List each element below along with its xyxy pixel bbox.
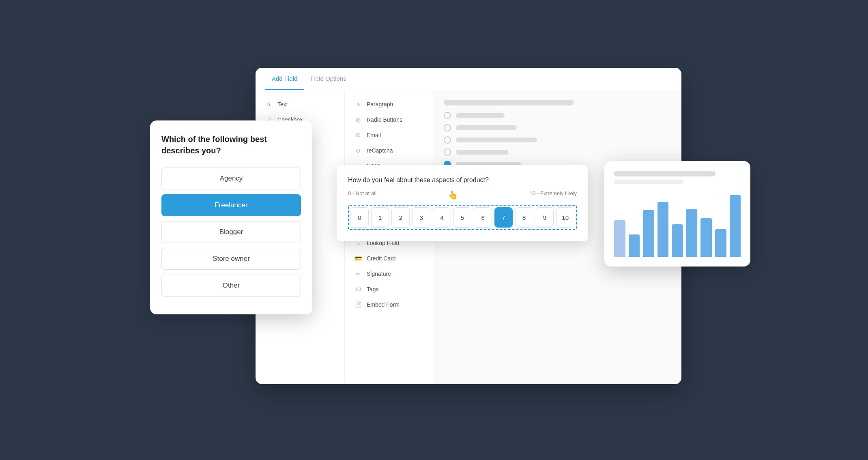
- nps-btn-2[interactable]: 2: [391, 207, 410, 228]
- radio-bar-2: [456, 125, 517, 130]
- nps-btn-7[interactable]: 7: [494, 207, 513, 228]
- nps-dashed-container: 0 1 2 3 4 5 6 7 8 9 10: [348, 205, 577, 230]
- field-label-recaptcha: reCaptcha: [367, 147, 393, 154]
- nps-btn-4[interactable]: 4: [433, 207, 451, 228]
- field-label-radio: Radio Buttons: [367, 116, 402, 123]
- field-item-text[interactable]: 𝐀 Text: [256, 97, 344, 112]
- survey-question: Which of the following best describes yo…: [161, 133, 301, 156]
- scene: Add Field Field Options 𝐀 Text ☑ Checkbo…: [150, 47, 718, 413]
- nps-btn-5[interactable]: 5: [453, 207, 472, 228]
- nps-btn-1[interactable]: 1: [371, 207, 389, 228]
- nps-btn-8[interactable]: 8: [515, 207, 533, 228]
- tags-icon: 🏷: [355, 286, 362, 293]
- nps-label-left: 0 - Not at all: [348, 190, 376, 200]
- chart-bar-1: [614, 220, 625, 257]
- radio-icon: ◎: [355, 116, 362, 123]
- chart-bar-3: [643, 210, 654, 257]
- field-item-paragraph[interactable]: 𝐀 Paragraph: [345, 97, 434, 112]
- chart-title-bar: [614, 171, 715, 176]
- radio-bar-3: [456, 138, 537, 142]
- tab-field-options[interactable]: Field Options: [304, 68, 352, 90]
- nps-btn-10[interactable]: 10: [556, 207, 574, 228]
- text-icon: 𝐀: [265, 101, 273, 108]
- field-item-tags[interactable]: 🏷 Tags: [345, 282, 434, 297]
- field-item-email[interactable]: ✉ Email: [345, 127, 434, 143]
- creditcard-icon: 💳: [355, 255, 362, 262]
- signature-icon: ✏: [355, 270, 362, 277]
- nps-btn-6[interactable]: 6: [474, 207, 492, 228]
- radio-row-3: [444, 136, 672, 144]
- field-label-email: Email: [367, 132, 381, 138]
- nps-labels: 0 - Not at all 👆 10 - Extremely likely: [348, 190, 577, 200]
- radio-circle-3: [444, 136, 451, 144]
- embedform-icon: 📄: [355, 301, 362, 308]
- field-item-radio[interactable]: ◎ Radio Buttons: [345, 112, 434, 127]
- radio-row-4: [444, 148, 672, 156]
- chart-bar-5: [672, 224, 683, 257]
- tab-add-field[interactable]: Add Field: [265, 68, 304, 90]
- recaptcha-icon: ⊙: [355, 147, 362, 154]
- field-label-tags: Tags: [367, 286, 379, 292]
- preview-bar-1: [444, 100, 574, 105]
- field-label-signature: Signature: [367, 271, 391, 277]
- radio-bar-4: [456, 150, 509, 155]
- chart-bar-7: [700, 218, 712, 257]
- field-label-creditcard: Credit Card: [367, 255, 396, 262]
- chart-bar-6: [686, 209, 698, 257]
- panel-tabs: Add Field Field Options: [256, 68, 681, 90]
- nps-widget: How do you feel about these aspects of p…: [337, 165, 588, 241]
- chart-bar-4: [657, 202, 669, 257]
- nps-label-right: 10 - Extremely likely: [530, 190, 577, 200]
- nps-btn-9[interactable]: 9: [536, 207, 554, 228]
- chart-bar-2: [629, 234, 640, 257]
- chart-bar-9: [730, 195, 741, 257]
- chart-subtitle-bar: [614, 180, 684, 184]
- nps-numbers: 0 1 2 3 4 5 6 7 8 9 10: [350, 207, 574, 228]
- nps-cursor-hand: 👆: [448, 190, 458, 200]
- radio-circle-4: [444, 148, 451, 156]
- paragraph-icon: 𝐀: [355, 101, 362, 108]
- nps-btn-0[interactable]: 0: [350, 207, 369, 228]
- survey-option-other[interactable]: Other: [161, 275, 301, 297]
- chart-bar-8: [715, 229, 726, 257]
- radio-bar-1: [456, 113, 505, 118]
- field-label-embedform: Embed Form: [367, 301, 400, 308]
- survey-card: Which of the following best describes yo…: [150, 120, 312, 314]
- chart-card: [604, 161, 750, 267]
- survey-option-blogger[interactable]: Blogger: [161, 221, 301, 243]
- field-label-paragraph: Paragraph: [367, 101, 393, 107]
- email-icon: ✉: [355, 131, 362, 139]
- radio-row-2: [444, 124, 672, 131]
- nps-btn-3[interactable]: 3: [412, 207, 430, 228]
- nps-question: How do you feel about these aspects of p…: [348, 176, 577, 184]
- field-item-creditcard[interactable]: 💳 Credit Card: [345, 251, 434, 266]
- survey-option-storeowner[interactable]: Store owner: [161, 248, 301, 270]
- chart-bars: [614, 192, 741, 257]
- field-item-embedform[interactable]: 📄 Embed Form: [345, 297, 434, 312]
- survey-option-agency[interactable]: Agency: [161, 168, 301, 189]
- field-item-signature[interactable]: ✏ Signature: [345, 266, 434, 282]
- radio-circle-1: [444, 112, 451, 119]
- radio-row-1: [444, 112, 672, 119]
- field-item-recaptcha[interactable]: ⊙ reCaptcha: [345, 143, 434, 158]
- radio-circle-2: [444, 124, 451, 131]
- field-label-text: Text: [277, 101, 288, 107]
- survey-option-freelancer[interactable]: Freelancer: [161, 194, 301, 216]
